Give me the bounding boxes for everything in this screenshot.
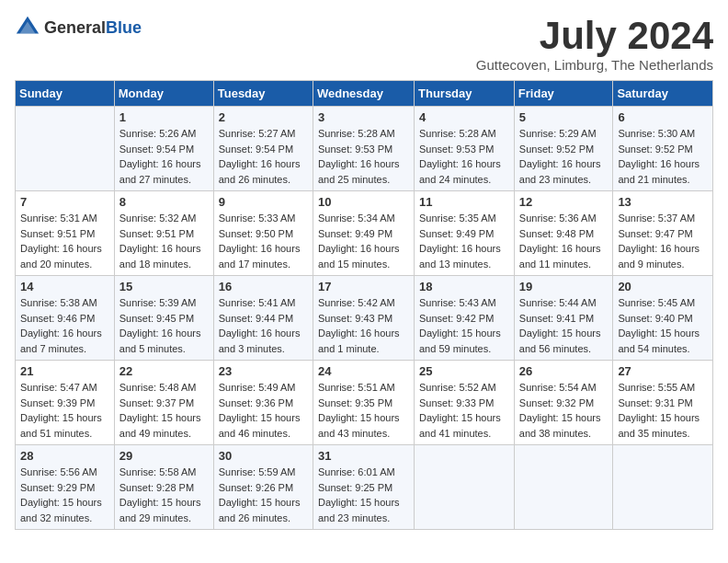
day-info: Sunrise: 5:56 AMSunset: 9:29 PMDaylight:… bbox=[20, 465, 109, 525]
day-info: Sunrise: 5:28 AMSunset: 9:53 PMDaylight:… bbox=[419, 126, 509, 187]
title-block: July 2024 Guttecoven, Limburg, The Nethe… bbox=[476, 15, 713, 73]
day-number: 7 bbox=[20, 195, 109, 209]
day-info: Sunrise: 5:41 AMSunset: 9:44 PMDaylight:… bbox=[219, 295, 308, 356]
day-number: 9 bbox=[219, 195, 308, 209]
day-number: 23 bbox=[219, 364, 308, 378]
day-number: 11 bbox=[419, 195, 509, 209]
logo-icon bbox=[15, 15, 40, 40]
calendar-cell: 13Sunrise: 5:37 AMSunset: 9:47 PMDayligh… bbox=[613, 191, 713, 276]
column-header-wednesday: Wednesday bbox=[313, 81, 414, 107]
month-title: July 2024 bbox=[476, 15, 713, 57]
calendar-cell: 16Sunrise: 5:41 AMSunset: 9:44 PMDayligh… bbox=[213, 276, 313, 361]
calendar-cell: 20Sunrise: 5:45 AMSunset: 9:40 PMDayligh… bbox=[613, 276, 713, 361]
day-number: 2 bbox=[219, 110, 308, 124]
calendar-cell bbox=[514, 445, 613, 530]
day-number: 8 bbox=[119, 195, 209, 209]
calendar-cell bbox=[613, 445, 713, 530]
day-number: 31 bbox=[318, 449, 409, 463]
calendar-week-row: 1Sunrise: 5:26 AMSunset: 9:54 PMDaylight… bbox=[16, 107, 713, 191]
day-info: Sunrise: 5:28 AMSunset: 9:53 PMDaylight:… bbox=[318, 126, 409, 187]
day-info: Sunrise: 5:38 AMSunset: 9:46 PMDaylight:… bbox=[20, 295, 109, 356]
day-info: Sunrise: 5:33 AMSunset: 9:50 PMDaylight:… bbox=[219, 211, 308, 271]
calendar-cell: 4Sunrise: 5:28 AMSunset: 9:53 PMDaylight… bbox=[415, 107, 515, 191]
day-number: 6 bbox=[618, 110, 708, 124]
day-info: Sunrise: 6:01 AMSunset: 9:25 PMDaylight:… bbox=[318, 465, 409, 525]
day-number: 19 bbox=[519, 280, 609, 293]
day-number: 18 bbox=[419, 280, 509, 293]
calendar-cell: 8Sunrise: 5:32 AMSunset: 9:51 PMDaylight… bbox=[114, 191, 213, 276]
calendar-cell: 6Sunrise: 5:30 AMSunset: 9:52 PMDaylight… bbox=[613, 107, 713, 191]
column-header-monday: Monday bbox=[114, 81, 213, 107]
day-number: 10 bbox=[318, 195, 409, 209]
day-info: Sunrise: 5:30 AMSunset: 9:52 PMDaylight:… bbox=[618, 126, 708, 187]
calendar-week-row: 28Sunrise: 5:56 AMSunset: 9:29 PMDayligh… bbox=[16, 445, 713, 530]
day-info: Sunrise: 5:26 AMSunset: 9:54 PMDaylight:… bbox=[119, 126, 209, 187]
calendar-cell: 25Sunrise: 5:52 AMSunset: 9:33 PMDayligh… bbox=[415, 361, 515, 445]
calendar-cell: 18Sunrise: 5:43 AMSunset: 9:42 PMDayligh… bbox=[415, 276, 515, 361]
calendar-cell: 11Sunrise: 5:35 AMSunset: 9:49 PMDayligh… bbox=[415, 191, 515, 276]
calendar-week-row: 14Sunrise: 5:38 AMSunset: 9:46 PMDayligh… bbox=[16, 276, 713, 361]
calendar-cell: 21Sunrise: 5:47 AMSunset: 9:39 PMDayligh… bbox=[16, 361, 115, 445]
logo-text-general: General bbox=[44, 18, 106, 37]
logo-text-blue: Blue bbox=[106, 18, 142, 37]
column-header-saturday: Saturday bbox=[613, 81, 713, 107]
day-info: Sunrise: 5:51 AMSunset: 9:35 PMDaylight:… bbox=[318, 380, 409, 441]
day-info: Sunrise: 5:27 AMSunset: 9:54 PMDaylight:… bbox=[219, 126, 308, 187]
column-header-tuesday: Tuesday bbox=[213, 81, 313, 107]
calendar-cell: 23Sunrise: 5:49 AMSunset: 9:36 PMDayligh… bbox=[213, 361, 313, 445]
location: Guttecoven, Limburg, The Netherlands bbox=[476, 57, 713, 73]
calendar-table: SundayMondayTuesdayWednesdayThursdayFrid… bbox=[15, 80, 713, 530]
calendar-cell: 19Sunrise: 5:44 AMSunset: 9:41 PMDayligh… bbox=[514, 276, 613, 361]
calendar-cell: 5Sunrise: 5:29 AMSunset: 9:52 PMDaylight… bbox=[514, 107, 613, 191]
calendar-cell: 7Sunrise: 5:31 AMSunset: 9:51 PMDaylight… bbox=[16, 191, 115, 276]
calendar-cell: 12Sunrise: 5:36 AMSunset: 9:48 PMDayligh… bbox=[514, 191, 613, 276]
day-number: 4 bbox=[419, 110, 509, 124]
calendar-cell: 30Sunrise: 5:59 AMSunset: 9:26 PMDayligh… bbox=[213, 445, 313, 530]
logo: GeneralBlue bbox=[15, 15, 142, 40]
calendar-week-row: 7Sunrise: 5:31 AMSunset: 9:51 PMDaylight… bbox=[16, 191, 713, 276]
day-info: Sunrise: 5:39 AMSunset: 9:45 PMDaylight:… bbox=[119, 295, 209, 356]
day-info: Sunrise: 5:48 AMSunset: 9:37 PMDaylight:… bbox=[119, 380, 209, 441]
day-number: 20 bbox=[618, 280, 708, 293]
calendar-cell: 28Sunrise: 5:56 AMSunset: 9:29 PMDayligh… bbox=[16, 445, 115, 530]
day-number: 28 bbox=[20, 449, 109, 463]
calendar-header-row: SundayMondayTuesdayWednesdayThursdayFrid… bbox=[16, 81, 713, 107]
calendar-cell: 29Sunrise: 5:58 AMSunset: 9:28 PMDayligh… bbox=[114, 445, 213, 530]
calendar-cell: 15Sunrise: 5:39 AMSunset: 9:45 PMDayligh… bbox=[114, 276, 213, 361]
day-info: Sunrise: 5:31 AMSunset: 9:51 PMDaylight:… bbox=[20, 211, 109, 271]
calendar-week-row: 21Sunrise: 5:47 AMSunset: 9:39 PMDayligh… bbox=[16, 361, 713, 445]
day-info: Sunrise: 5:54 AMSunset: 9:32 PMDaylight:… bbox=[519, 380, 609, 441]
day-info: Sunrise: 5:35 AMSunset: 9:49 PMDaylight:… bbox=[419, 211, 509, 271]
day-number: 1 bbox=[119, 110, 209, 124]
calendar-cell: 31Sunrise: 6:01 AMSunset: 9:25 PMDayligh… bbox=[313, 445, 414, 530]
calendar-cell: 26Sunrise: 5:54 AMSunset: 9:32 PMDayligh… bbox=[514, 361, 613, 445]
day-info: Sunrise: 5:59 AMSunset: 9:26 PMDaylight:… bbox=[219, 465, 308, 525]
day-info: Sunrise: 5:34 AMSunset: 9:49 PMDaylight:… bbox=[318, 211, 409, 271]
day-number: 16 bbox=[219, 280, 308, 293]
day-number: 14 bbox=[20, 280, 109, 293]
calendar-cell: 9Sunrise: 5:33 AMSunset: 9:50 PMDaylight… bbox=[213, 191, 313, 276]
day-info: Sunrise: 5:32 AMSunset: 9:51 PMDaylight:… bbox=[119, 211, 209, 271]
calendar-cell: 24Sunrise: 5:51 AMSunset: 9:35 PMDayligh… bbox=[313, 361, 414, 445]
page-header: GeneralBlue July 2024 Guttecoven, Limbur… bbox=[15, 15, 713, 73]
day-info: Sunrise: 5:29 AMSunset: 9:52 PMDaylight:… bbox=[519, 126, 609, 187]
day-info: Sunrise: 5:42 AMSunset: 9:43 PMDaylight:… bbox=[318, 295, 409, 356]
day-info: Sunrise: 5:58 AMSunset: 9:28 PMDaylight:… bbox=[119, 465, 209, 525]
calendar-cell: 22Sunrise: 5:48 AMSunset: 9:37 PMDayligh… bbox=[114, 361, 213, 445]
day-number: 21 bbox=[20, 364, 109, 378]
day-number: 13 bbox=[618, 195, 708, 209]
day-number: 30 bbox=[219, 449, 308, 463]
day-number: 12 bbox=[519, 195, 609, 209]
day-info: Sunrise: 5:36 AMSunset: 9:48 PMDaylight:… bbox=[519, 211, 609, 271]
column-header-friday: Friday bbox=[514, 81, 613, 107]
day-number: 27 bbox=[618, 364, 708, 378]
day-number: 24 bbox=[318, 364, 409, 378]
day-number: 5 bbox=[519, 110, 609, 124]
day-number: 3 bbox=[318, 110, 409, 124]
calendar-cell: 1Sunrise: 5:26 AMSunset: 9:54 PMDaylight… bbox=[114, 107, 213, 191]
day-number: 22 bbox=[119, 364, 209, 378]
column-header-sunday: Sunday bbox=[16, 81, 115, 107]
calendar-cell: 3Sunrise: 5:28 AMSunset: 9:53 PMDaylight… bbox=[313, 107, 414, 191]
day-info: Sunrise: 5:45 AMSunset: 9:40 PMDaylight:… bbox=[618, 295, 708, 356]
day-number: 29 bbox=[119, 449, 209, 463]
